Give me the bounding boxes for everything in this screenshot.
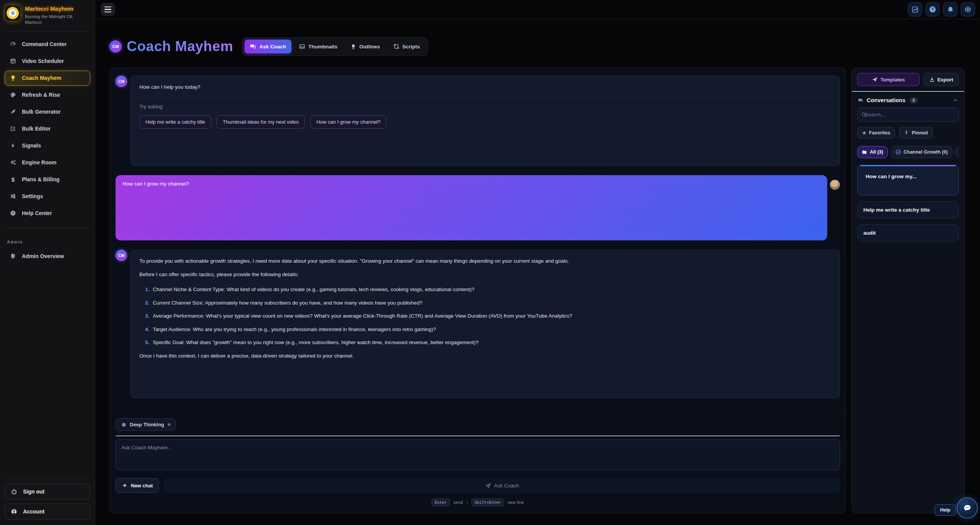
sidebar-item-video-scheduler[interactable]: Video Scheduler [5, 54, 90, 69]
send-hint-label: send [453, 500, 463, 505]
deep-thinking-toggle[interactable]: Deep Thinking [116, 418, 176, 431]
notifications-button[interactable] [943, 2, 957, 17]
gears-icon [10, 159, 16, 166]
suggestion-row: Help me write a catchy title Thumbnail i… [139, 115, 831, 129]
chat-bubble-icon [962, 503, 972, 513]
coach-avatar: CM [109, 40, 122, 53]
suggestion-grow-channel[interactable]: How can I grow my channel? [310, 115, 387, 129]
suggestion-thumbnail-ideas[interactable]: Thumbnail ideas for my next video [216, 115, 305, 129]
shield-icon [10, 253, 16, 259]
greeting-text: How can I help you today? [139, 83, 831, 91]
composer-buttons: + New chat Ask Coach [116, 478, 840, 493]
answer-list-item: Average Performance: What's your typical… [151, 312, 831, 320]
panel-top-buttons: Templates Export [857, 73, 959, 86]
sidebar-item-signals[interactable]: Signals [5, 138, 90, 153]
assistant-answer-row: CM To provide you with actionable growth… [116, 250, 840, 398]
conversations-header: Conversations 3 [858, 97, 958, 103]
brain-icon [9, 9, 17, 17]
help-circle-icon: ? [10, 210, 16, 216]
assistant-answer-card: To provide you with actionable growth st… [131, 250, 840, 398]
assistant-avatar: CM [116, 250, 127, 261]
help-button[interactable]: ? [925, 2, 940, 17]
gauge-icon [10, 41, 16, 47]
messages-area[interactable]: CM How can I help you today? Try asking:… [110, 68, 846, 412]
pinned-filter-button[interactable]: Pinned [899, 127, 933, 139]
sidebar-item-label: Settings [22, 193, 43, 199]
composer: Deep Thinking + New chat Ask Coach [110, 412, 846, 513]
category-tab-label: Channel Growth (0) [904, 149, 948, 155]
conversation-item[interactable]: audit [857, 224, 959, 242]
pin-icon [904, 130, 909, 135]
filter-row: ★ Favorites Pinned [857, 127, 959, 139]
chat-input[interactable] [116, 439, 840, 470]
tab-ask-coach[interactable]: Ask Coach [245, 40, 291, 53]
conversation-list: How can I grow my... Help me write a cat… [857, 165, 959, 242]
brand-block[interactable]: Martocci Mayhem Burning the Midnight Oil… [5, 5, 90, 30]
tab-thumbnails[interactable]: Thumbnails [294, 40, 343, 53]
tab-outlines[interactable]: Outlines [345, 40, 385, 53]
hint-separator: • [466, 500, 468, 505]
ask-coach-submit-button[interactable]: Ask Coach [164, 478, 840, 493]
chevron-up-icon[interactable] [953, 98, 958, 103]
category-tab-monetization[interactable]: $ M [955, 146, 959, 158]
sign-out-button[interactable]: Sign out [5, 484, 90, 500]
floating-help-button[interactable]: Help [935, 504, 956, 516]
templates-button[interactable]: Templates [857, 73, 920, 86]
power-icon [11, 489, 17, 495]
sidebar-item-bulk-generator[interactable]: Bulk Generator [5, 104, 90, 119]
sidebar-item-coach-mayhem[interactable]: Coach Mayhem [5, 71, 90, 86]
sidebar-item-label: Help Center [22, 210, 52, 216]
sidebar-bottom: Sign out Account [5, 479, 90, 520]
favorites-filter-button[interactable]: ★ Favorites [857, 127, 895, 139]
tab-label: Scripts [402, 44, 420, 50]
suggestion-catchy-title[interactable]: Help me write a catchy title [139, 115, 211, 129]
ask-coach-submit-label: Ask Coach [494, 483, 519, 489]
conversation-title: Help me write a catchy title [863, 207, 953, 213]
sidebar-item-label: Video Scheduler [22, 58, 64, 64]
conversations-title: Conversations [867, 97, 906, 103]
tab-scripts[interactable]: Scripts [388, 40, 425, 53]
page-header: CM Coach Mayhem Ask Coach Thumbnails Out… [109, 35, 980, 58]
sign-out-label: Sign out [23, 489, 45, 495]
answer-paragraph: To provide you with actionable growth st… [139, 257, 831, 265]
star-icon: ★ [862, 130, 866, 136]
analytics-button[interactable] [908, 2, 922, 17]
answer-list: Channel Niche & Content Type: What kind … [139, 286, 831, 346]
palette-icon [10, 92, 16, 98]
hamburger-menu-button[interactable] [101, 3, 115, 16]
new-chat-button[interactable]: + New chat [116, 478, 159, 493]
sidebar-item-plans-billing[interactable]: $ Plans & Billing [5, 172, 90, 187]
calendar-icon [10, 58, 16, 64]
tab-label: Ask Coach [259, 44, 286, 50]
globe-icon [964, 6, 972, 13]
sidebar-item-refresh-rise[interactable]: Refresh & Rise [5, 88, 90, 103]
user-circle-icon [11, 508, 17, 515]
chat-card: CM How can I help you today? Try asking:… [109, 68, 846, 513]
globe-icon-button[interactable] [961, 2, 975, 17]
sidebar-item-label: Command Center [22, 41, 67, 47]
answer-list-item: Specific Goal: What does "growth" mean t… [151, 339, 831, 346]
category-tab-label: All (3) [870, 149, 883, 155]
sidebar-item-settings[interactable]: Settings [5, 189, 90, 204]
conversations-panel: Templates Export Conversations 3 [851, 68, 965, 513]
sidebar-item-admin-overview[interactable]: Admin Overview [5, 249, 90, 264]
chat-icon [858, 98, 864, 103]
sidebar-item-bulk-editor[interactable]: Bulk Editor [5, 121, 90, 136]
conversations-search-input[interactable] [857, 108, 959, 122]
chat-bubble-fab[interactable] [957, 497, 978, 518]
category-tab-channel-growth[interactable]: Channel Growth (0) [891, 146, 952, 158]
sliders-icon [10, 193, 16, 199]
conversation-item[interactable]: Help me write a catchy title [857, 201, 959, 219]
brand-logo [5, 5, 20, 21]
plus-icon: + [122, 482, 128, 489]
category-tab-all[interactable]: All (3) [857, 146, 888, 158]
conversation-item-active[interactable]: How can I grow my... [857, 165, 959, 195]
enter-key-hint: Enter [431, 499, 450, 506]
account-button[interactable]: Account [5, 503, 90, 520]
sidebar-item-engine-room[interactable]: Engine Room [5, 155, 90, 170]
sidebar-item-label: Refresh & Rise [22, 92, 60, 98]
sidebar-item-command-center[interactable]: Command Center [5, 37, 90, 52]
sidebar-item-help-center[interactable]: ? Help Center [5, 206, 90, 221]
search-wrap [857, 108, 959, 122]
export-button[interactable]: Export [924, 73, 959, 86]
